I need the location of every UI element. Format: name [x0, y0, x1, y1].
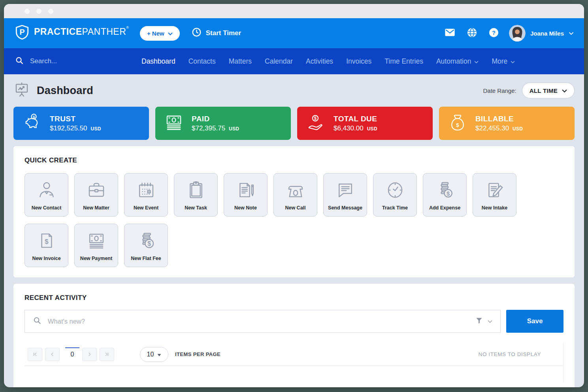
chevron-down-icon [511, 57, 515, 66]
trust-card[interactable]: $ TRUST $192,525.50USD [13, 107, 149, 140]
clock-icon [384, 179, 406, 202]
globe-icon[interactable] [467, 28, 477, 39]
nav-item-dashboard[interactable]: Dashboard [141, 57, 175, 66]
empty-state-message: NO ITEMS TO DISPLAY [479, 351, 541, 357]
save-button[interactable]: Save [506, 310, 564, 333]
intake-icon [484, 179, 505, 202]
dashboard-board-icon [13, 81, 30, 100]
current-page-indicator: 0 [63, 351, 81, 358]
quick-create-new-call[interactable]: New Call [273, 173, 317, 217]
panther-shield-icon: P [14, 24, 30, 42]
window-minimize-button[interactable] [36, 9, 41, 14]
card-amount: $72,395.75USD [192, 124, 239, 132]
page-size-dropdown[interactable]: 10 [140, 347, 168, 362]
browser-window: P PRACTICEPANTHER ® + New Start Timer [4, 4, 584, 387]
svg-text:$: $ [45, 237, 49, 245]
recent-activity-heading: RECENT ACTIVITY [24, 294, 564, 302]
svg-text:?: ? [492, 29, 496, 36]
next-page-button[interactable] [82, 348, 97, 361]
clipboard-icon [185, 179, 207, 202]
nav-item-calendar[interactable]: Calendar [265, 57, 293, 66]
quick-create-new-event[interactable]: New Event [124, 173, 168, 217]
nav-item-time-entries[interactable]: Time Entries [384, 57, 423, 66]
quick-create-new-note[interactable]: New Note [224, 173, 268, 217]
filter-dropdown[interactable] [470, 317, 492, 326]
card-amount: $6,430.00USD [334, 124, 377, 132]
main-nav: Dashboard Contacts Matters Calendar Acti… [4, 48, 584, 74]
quick-create-new-payment[interactable]: New Payment [74, 224, 118, 267]
chevron-down-icon [562, 87, 567, 94]
money-bag-icon: $ [448, 113, 467, 134]
activity-search-input[interactable] [48, 318, 470, 325]
chevron-down-icon [488, 318, 492, 325]
nav-item-contacts[interactable]: Contacts [188, 57, 216, 66]
contact-icon [36, 179, 57, 202]
card-label: TRUST [50, 115, 101, 123]
note-icon [235, 179, 256, 202]
quick-create-new-invoice[interactable]: $ New Invoice [24, 224, 68, 267]
search-icon [33, 316, 41, 326]
nav-item-automation[interactable]: Automation [436, 57, 479, 66]
card-amount: $22,455.30USD [475, 124, 523, 132]
quick-create-new-task[interactable]: New Task [174, 173, 218, 217]
quick-create-send-message[interactable]: Send Message [323, 173, 367, 217]
user-name: Joana Miles [530, 30, 564, 37]
page-content: Dashboard Date Range: ALL TIME $ [4, 74, 584, 387]
svg-text:$: $ [456, 122, 459, 128]
quick-create-add-expense[interactable]: $ Add Expense [423, 173, 467, 217]
registered-mark: ® [126, 26, 129, 30]
message-icon [335, 179, 356, 202]
last-page-button[interactable] [100, 348, 114, 361]
cash-icon [164, 113, 184, 134]
chevron-down-icon [168, 30, 173, 37]
nav-item-matters[interactable]: Matters [229, 57, 252, 66]
kpi-cards: $ TRUST $192,525.50USD [13, 107, 575, 140]
filter-funnel-icon [475, 317, 483, 326]
piggy-bank-icon: $ [22, 113, 42, 134]
window-close-button[interactable] [24, 9, 30, 14]
nav-item-invoices[interactable]: Invoices [346, 57, 371, 66]
activity-table: 0 10 ITEMS PER PAGE NO I [24, 343, 564, 382]
svg-text:P: P [19, 28, 24, 36]
hand-coin-icon: $ [306, 113, 326, 134]
search-icon [15, 56, 24, 66]
svg-text:$: $ [314, 116, 317, 121]
svg-text:$: $ [147, 240, 151, 247]
flat-fee-icon: $ [136, 230, 157, 253]
mail-icon[interactable] [445, 28, 455, 38]
quick-create-track-time[interactable]: Track Time [373, 173, 417, 217]
calendar-icon [136, 179, 157, 202]
quick-create-new-intake[interactable]: New Intake [473, 173, 516, 217]
search-input[interactable] [30, 57, 97, 65]
new-button[interactable]: + New [140, 26, 180, 41]
paid-card[interactable]: PAID $72,395.75USD [155, 107, 291, 140]
briefcase-icon [86, 179, 107, 202]
activity-search-box[interactable] [24, 310, 501, 333]
nav-item-more[interactable]: More [492, 57, 515, 66]
empty-table-row [24, 366, 563, 382]
quick-create-new-matter[interactable]: New Matter [74, 173, 118, 217]
quick-create-new-flat-fee[interactable]: $ New Flat Fee [124, 224, 168, 267]
date-range-label: Date Range: [483, 87, 516, 94]
previous-page-button[interactable] [45, 348, 60, 361]
card-label: BILLABLE [475, 115, 523, 123]
payment-icon [86, 230, 107, 253]
date-range-dropdown[interactable]: ALL TIME [522, 83, 575, 98]
page-title: Dashboard [37, 85, 93, 97]
billable-card[interactable]: $ BILLABLE $22,455.30USD [439, 107, 575, 140]
items-per-page-label: ITEMS PER PAGE [175, 351, 220, 357]
user-menu[interactable]: Joana Miles [509, 25, 574, 41]
global-search[interactable] [15, 56, 114, 66]
svg-text:$: $ [446, 190, 450, 196]
total-due-card[interactable]: $ TOTAL DUE $6,430.00USD [297, 107, 433, 140]
card-label: PAID [192, 115, 239, 123]
pagination-bar: 0 10 ITEMS PER PAGE NO I [24, 343, 563, 366]
quick-create-new-contact[interactable]: New Contact [24, 173, 68, 217]
first-page-button[interactable] [28, 348, 42, 361]
help-icon[interactable]: ? [489, 28, 499, 39]
avatar [509, 25, 526, 41]
nav-item-activities[interactable]: Activities [306, 57, 333, 66]
start-timer-button[interactable]: Start Timer [192, 27, 241, 39]
window-zoom-button[interactable] [48, 9, 53, 14]
invoice-icon: $ [36, 230, 57, 253]
